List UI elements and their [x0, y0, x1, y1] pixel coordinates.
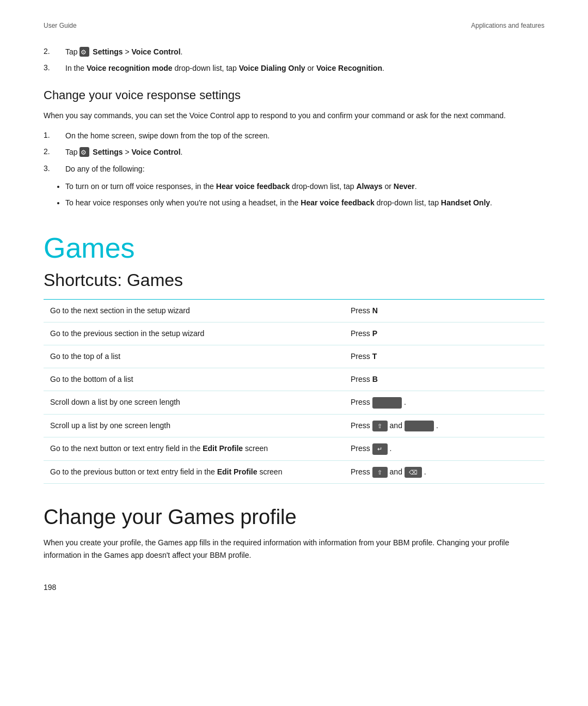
shortcut-description: Go to the bottom of a list: [44, 368, 344, 391]
step-number: 1.: [44, 130, 65, 142]
shift-key: ⇧: [372, 467, 388, 478]
shortcut-description: Go to the next section in the setup wiza…: [44, 300, 344, 322]
enter-key: ↵: [372, 443, 388, 455]
bullet-item: To hear voice responses only when you're…: [65, 197, 544, 209]
table-row: Go to the top of a list Press T: [44, 345, 544, 368]
page-number: 198: [44, 583, 544, 592]
change-games-heading: Change your Games profile: [44, 506, 544, 529]
table-row: Scroll down a list by one screen length …: [44, 391, 544, 415]
step-content: On the home screen, swipe down from the …: [65, 130, 270, 142]
shortcut-key-cell: Press .: [344, 391, 544, 415]
header-right: Applications and features: [471, 22, 544, 29]
voice-bullets: To turn on or turn off voice responses, …: [54, 180, 544, 209]
table-row: Go to the next section in the setup wiza…: [44, 300, 544, 322]
shortcut-description: Scroll down a list by one screen length: [44, 391, 344, 415]
step-number: 2.: [44, 146, 65, 158]
settings-icon: [79, 47, 89, 57]
table-row: Go to the bottom of a list Press B: [44, 368, 544, 391]
shortcut-description: Scroll up a list by one screen length: [44, 414, 344, 437]
shortcut-description: Go to the previous button or text entry …: [44, 460, 344, 484]
shortcuts-table: Go to the next section in the setup wiza…: [44, 299, 544, 484]
shortcuts-heading: Shortcuts: Games: [44, 270, 544, 290]
table-row: Go to the previous button or text entry …: [44, 460, 544, 484]
step-item: 3. In the Voice recognition mode drop-do…: [44, 62, 544, 74]
page-header: User Guide Applications and features: [44, 22, 544, 29]
step-content: Tap Settings > Voice Control.: [65, 46, 182, 58]
step-item: 3. Do any of the following:: [44, 163, 544, 175]
step-number: 3.: [44, 163, 65, 175]
header-left: User Guide: [44, 22, 77, 29]
bullet-item: To turn on or turn off voice responses, …: [65, 180, 544, 192]
shortcut-key-cell: Press ⇧ and .: [344, 414, 544, 437]
shortcut-key-cell: Press N: [344, 300, 544, 322]
change-games-body: When you create your profile, the Games …: [44, 537, 544, 561]
step-content: Tap Settings > Voice Control.: [65, 146, 182, 158]
settings-icon: [79, 147, 89, 157]
step-content: Do any of the following:: [65, 163, 145, 175]
shortcut-key-cell: Press ↵ .: [344, 437, 544, 461]
table-row: Go to the next button or text entry fiel…: [44, 437, 544, 461]
shortcut-key-cell: Press P: [344, 322, 544, 345]
voice-section-heading: Change your voice response settings: [44, 88, 544, 104]
del-key: ⌫: [405, 467, 422, 478]
table-row: Scroll up a list by one screen length Pr…: [44, 414, 544, 437]
shortcut-description: Go to the next button or text entry fiel…: [44, 437, 344, 461]
top-steps: 2. Tap Settings > Voice Control. 3. In t…: [44, 46, 544, 75]
step-number: 3.: [44, 62, 65, 74]
step-item: 2. Tap Settings > Voice Control.: [44, 146, 544, 158]
step-item: 1. On the home screen, swipe down from t…: [44, 130, 544, 142]
step-item: 2. Tap Settings > Voice Control.: [44, 46, 544, 58]
step-number: 2.: [44, 46, 65, 58]
shortcut-key-cell: Press T: [344, 345, 544, 368]
shortcut-key-cell: Press B: [344, 368, 544, 391]
table-row: Go to the previous section in the setup …: [44, 322, 544, 345]
voice-steps: 1. On the home screen, swipe down from t…: [44, 130, 544, 175]
voice-section-body: When you say commands, you can set the V…: [44, 109, 544, 121]
shortcut-description: Go to the previous section in the setup …: [44, 322, 344, 345]
space-key: [372, 397, 402, 409]
space-key: [405, 421, 434, 432]
shortcut-description: Go to the top of a list: [44, 345, 344, 368]
shortcut-key-cell: Press ⇧ and ⌫ .: [344, 460, 544, 484]
games-heading: Games: [44, 231, 544, 265]
shift-key: ⇧: [372, 421, 388, 432]
step-content: In the Voice recognition mode drop-down …: [65, 62, 384, 74]
